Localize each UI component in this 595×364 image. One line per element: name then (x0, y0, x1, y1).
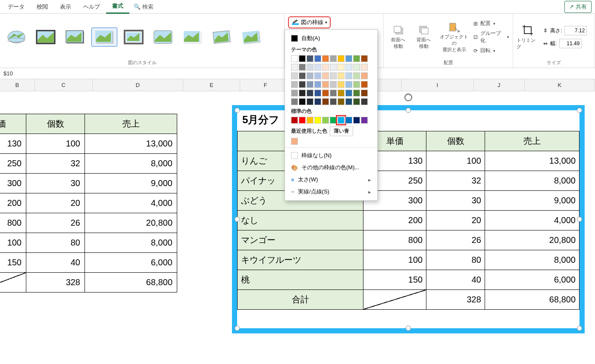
color-swatch[interactable] (307, 72, 313, 79)
color-swatch[interactable] (299, 64, 306, 71)
color-swatch[interactable] (307, 64, 313, 71)
col-header-E[interactable]: E (183, 79, 240, 91)
color-swatch[interactable] (361, 55, 368, 62)
color-swatch[interactable] (353, 55, 360, 62)
color-swatch[interactable] (314, 117, 321, 124)
color-swatch[interactable] (338, 72, 344, 79)
bring-forward-button[interactable]: 前面へ 移動 (387, 25, 409, 50)
resize-handle-sw[interactable] (235, 326, 240, 331)
color-swatch[interactable] (338, 81, 344, 88)
width-field[interactable]: ⇔ 幅: (543, 39, 587, 48)
color-swatch[interactable] (314, 64, 321, 71)
col-header-K[interactable]: K (525, 79, 595, 91)
color-swatch[interactable] (353, 117, 360, 124)
border-dashes[interactable]: ┈ 実線/点線(S) ▸ (285, 186, 377, 198)
resize-handle-s[interactable] (406, 326, 411, 331)
color-swatch[interactable] (299, 72, 306, 79)
color-swatch[interactable] (345, 90, 352, 96)
color-swatch[interactable] (361, 90, 368, 96)
color-swatch[interactable] (307, 98, 313, 105)
color-swatch[interactable] (330, 64, 337, 71)
style-thumb-8[interactable] (209, 28, 235, 47)
col-header-D[interactable]: D (93, 79, 184, 91)
color-swatch[interactable] (345, 117, 352, 124)
resize-handle-nw[interactable] (235, 108, 240, 113)
style-thumb-1[interactable] (3, 28, 29, 47)
resize-handle-se[interactable] (577, 326, 582, 331)
border-auto[interactable]: 自動(A) (285, 32, 377, 44)
color-swatch[interactable] (330, 81, 337, 88)
color-swatch[interactable] (338, 98, 344, 105)
color-swatch[interactable] (322, 90, 329, 96)
style-thumb-7[interactable] (179, 28, 205, 47)
color-swatch[interactable] (330, 90, 337, 96)
color-swatch[interactable] (314, 98, 321, 105)
style-thumb-4[interactable] (91, 28, 117, 47)
color-swatch[interactable] (353, 72, 360, 79)
border-weight[interactable]: ≡ 太さ(W) ▸ (285, 174, 377, 186)
align-button[interactable]: ⊞配置▾ (473, 20, 509, 27)
color-swatch[interactable] (361, 64, 368, 71)
color-swatch[interactable] (361, 98, 368, 105)
color-swatch[interactable] (353, 98, 360, 105)
crop-button[interactable]: トリミング (517, 24, 540, 50)
color-swatch[interactable] (330, 117, 337, 124)
tab-view[interactable]: 表示 (54, 0, 77, 13)
color-swatch[interactable] (314, 55, 321, 62)
resize-handle-ne[interactable] (577, 108, 582, 113)
send-backward-button[interactable]: 背面へ 移動 (413, 25, 435, 50)
color-swatch[interactable] (345, 72, 352, 79)
color-swatch[interactable] (299, 90, 306, 96)
picture-styles-gallery[interactable] (3, 16, 281, 59)
tab-format[interactable]: 書式 (106, 0, 129, 14)
color-swatch[interactable] (353, 90, 360, 96)
search-box[interactable]: 🔍 検索 (129, 3, 158, 11)
no-border[interactable]: 枠線なし(N) (285, 149, 377, 162)
color-swatch[interactable] (361, 81, 368, 88)
tab-data[interactable]: データ (2, 0, 31, 13)
color-swatch[interactable] (338, 55, 344, 62)
recent-color-chip[interactable]: 薄い青 (330, 126, 353, 136)
color-swatch[interactable] (322, 55, 329, 62)
col-header-B[interactable]: B (0, 79, 35, 91)
color-swatch[interactable] (330, 55, 337, 62)
color-swatch[interactable] (345, 64, 352, 71)
height-input[interactable] (564, 26, 587, 35)
color-swatch[interactable] (345, 81, 352, 88)
color-swatch[interactable] (291, 90, 298, 96)
more-border-colors[interactable]: 🎨 その他の枠線の色(M)... (285, 162, 377, 174)
selection-pane-button[interactable]: オブジェクトの 選択と表示 (438, 22, 470, 53)
col-header-F[interactable]: F (240, 79, 291, 91)
group-button[interactable]: ⊡グループ化▾ (473, 30, 509, 44)
color-swatch[interactable] (299, 81, 306, 88)
color-swatch[interactable] (291, 117, 298, 124)
style-thumb-5[interactable] (121, 28, 147, 47)
color-swatch[interactable] (291, 64, 298, 71)
color-swatch[interactable] (314, 90, 321, 96)
style-thumb-9[interactable] (238, 28, 264, 47)
color-swatch[interactable] (353, 81, 360, 88)
picture-border-button[interactable]: 図の枠線 ▾ (288, 16, 331, 28)
resize-handle-n[interactable] (406, 108, 411, 113)
col-header-C[interactable]: C (35, 79, 93, 91)
color-swatch[interactable] (345, 98, 352, 105)
color-swatch[interactable] (314, 81, 321, 88)
color-swatch[interactable] (291, 72, 298, 79)
style-thumb-3[interactable] (62, 28, 88, 47)
col-header-I[interactable]: I (401, 79, 473, 91)
style-thumb-6[interactable] (150, 28, 176, 47)
color-swatch[interactable] (299, 117, 306, 124)
color-swatch[interactable] (307, 117, 313, 124)
resize-handle-e[interactable] (577, 217, 582, 222)
rotate-button[interactable]: ⟳回転▾ (473, 47, 509, 54)
color-swatch[interactable] (291, 138, 298, 145)
color-swatch[interactable] (307, 90, 313, 96)
tab-review[interactable]: 校閲 (31, 0, 54, 13)
color-swatch[interactable] (322, 72, 329, 79)
color-swatch[interactable] (322, 117, 329, 124)
color-swatch[interactable] (361, 117, 368, 124)
color-swatch[interactable] (291, 55, 298, 62)
rotate-handle[interactable] (404, 93, 413, 102)
color-swatch[interactable] (338, 117, 344, 124)
width-input[interactable] (559, 39, 582, 48)
